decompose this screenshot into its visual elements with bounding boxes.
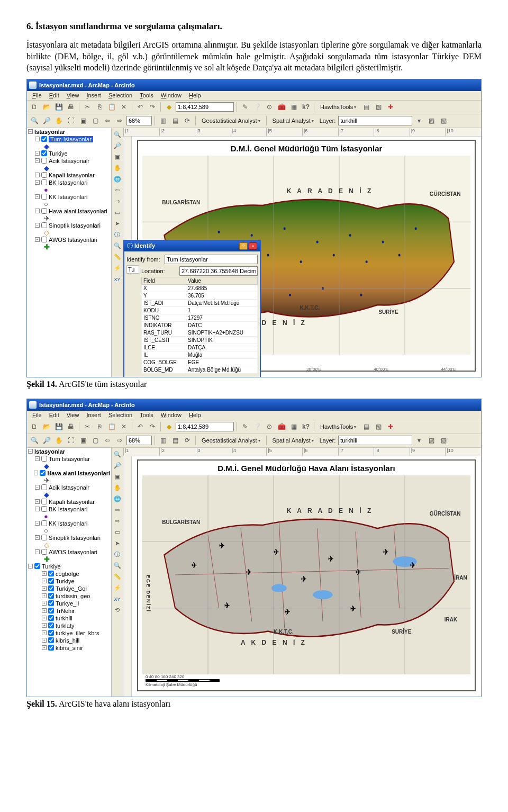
toc-sublayer[interactable]: Turkye_il [56,600,79,607]
zoom-pct-input[interactable] [126,116,152,125]
layer-arrow-icon[interactable]: ▾ [414,435,424,446]
editor-icon[interactable]: ✎ [240,421,250,432]
new-doc-icon[interactable]: 🗋 [29,102,40,112]
hyperlink-tool-icon[interactable]: ⚡ [113,583,122,593]
menu-window[interactable]: Window [158,92,185,99]
toc-checkbox[interactable] [41,172,47,178]
undo-icon[interactable]: ↶ [135,421,146,432]
menubar[interactable]: FileEditViewInsertSelectionToolsWindowHe… [27,91,481,101]
map-layout-view[interactable]: |1|2|3|4|5|6|7|8|9|10 D.M.İ. Genel Müdür… [123,128,481,377]
toc-layer[interactable]: AWOS Istasyonlari [49,549,97,555]
map-layout-view[interactable]: |1|2|3|4|5|6|7|8|9|10 D.M.İ. Genel Müdür… [123,448,481,697]
menu-edit[interactable]: Edit [46,92,62,99]
toc-group-turkiye[interactable]: Turkiye [42,563,61,570]
paste-icon[interactable]: 📋 [106,102,117,112]
identify-from-dropdown[interactable] [165,255,258,264]
toc-layer[interactable]: KK Istasyonlari [49,520,87,527]
spatial-menu[interactable]: Spatial Analyst [269,116,317,125]
layer-tool2-icon[interactable]: ▧ [438,115,449,126]
toc-layer[interactable]: AWOS Istasyonlari [49,237,97,243]
catalog-icon[interactable]: ▦ [288,421,299,432]
toc-layer[interactable]: Hava alani Istasyonlari [49,208,107,214]
toc-root[interactable]: Istasyonlar [34,448,65,455]
full-extent-tool-icon[interactable]: 🌐 [113,175,122,184]
find-tool-icon[interactable]: 🔍 [113,561,122,571]
copy-icon[interactable]: ⎘ [94,421,105,432]
identify-tree[interactable]: Tu [126,265,139,274]
save-icon[interactable]: 💾 [53,102,64,112]
zoom-in-tool-icon[interactable]: 🔍 [113,130,122,140]
toc-checkbox[interactable] [41,535,47,540]
toc-checkbox[interactable] [41,222,47,228]
toc-checkbox[interactable] [41,499,47,504]
full-extent-icon[interactable]: ⛶ [66,435,76,446]
table-of-contents[interactable]: −Istasyonlar −Tum Istasyonlar◆−Turkiye−A… [27,128,112,377]
toc-layer[interactable]: BK Istasyonlari [49,506,87,512]
toc-layer[interactable]: Tum Istasyonlar [49,456,90,462]
layer-tool1-icon[interactable]: ▨ [426,435,437,446]
table-of-contents[interactable]: −Istasyonlar −Tum Istasyonlar◆−Hava alan… [27,448,112,697]
standard-toolbar[interactable]: 🗋 📂 💾 🖶 ✂ ⎘ 📋 ✕ ↶ ↷ ◆ ✎ ❔ ⊙ 🧰 ▦ k? Hawth… [27,101,481,114]
toc-checkbox[interactable] [41,549,47,555]
toc-sublayer[interactable]: turkiye_iller_kbrs [56,630,99,636]
redo-icon[interactable]: ↷ [147,102,158,112]
menu-file[interactable]: File [29,411,45,419]
print-icon[interactable]: 🖶 [66,102,76,112]
layer-arrow-icon[interactable]: ▾ [414,115,424,126]
measure-tool-icon[interactable]: 📏 [113,252,122,262]
zoom-out-icon[interactable]: 🔎 [41,435,52,446]
cut-icon[interactable]: ✂ [82,421,93,432]
undo-icon[interactable]: ↶ [135,102,146,112]
help-pointer-icon[interactable]: ❔ [252,102,262,112]
spatial-menu[interactable]: Spatial Analyst [269,436,317,445]
menu-file[interactable]: File [29,92,45,99]
fixed-zoom-in-icon[interactable]: ▣ [78,435,88,446]
toc-layer[interactable]: Kapali Istasyonlar [49,172,95,178]
menubar[interactable]: FileEditViewInsertSelectionToolsWindowHe… [27,411,481,420]
open-icon[interactable]: 📂 [41,421,52,432]
identify-dialog[interactable]: ⓘ Identify ?× Identify from: Tu Location… [123,240,261,377]
rotate-tool-icon[interactable]: ⟲ [113,606,122,615]
layer-tool2-icon[interactable]: ▧ [438,435,449,446]
fixed-zoom-in-icon[interactable]: ▣ [78,115,88,126]
refresh-icon[interactable]: ⟳ [182,115,193,126]
editor-icon[interactable]: ✎ [240,102,250,112]
copy-icon[interactable]: ⎘ [94,102,105,112]
find-tool-icon[interactable]: 🔍 [113,241,122,251]
next-tool-icon[interactable]: ⇨ [113,517,122,526]
toc-root[interactable]: Istasyonlar [34,129,65,135]
measure-tool-icon[interactable]: 📏 [113,572,122,582]
toc-checkbox[interactable] [41,179,47,185]
refresh-icon[interactable]: ⟳ [182,435,193,446]
fixed-zoom-icon[interactable]: ▣ [113,152,122,162]
toc-sublayer[interactable]: kibris_hill [56,637,79,644]
layer-tool1-icon[interactable]: ▨ [426,115,437,126]
toc-checkbox[interactable] [41,194,47,200]
toc-checkbox[interactable] [48,622,54,628]
toc-layer[interactable]: BK Istasyonlari [49,179,87,186]
menu-tools[interactable]: Tools [137,411,157,419]
save-icon[interactable]: 💾 [53,421,64,432]
catalog-icon[interactable]: ▦ [288,102,299,112]
zoom-out-icon[interactable]: 🔎 [41,115,52,126]
pan-tool-icon[interactable]: ✋ [113,164,122,173]
toc-checkbox[interactable] [48,571,54,576]
layer-dropdown[interactable] [338,116,412,125]
toc-sublayer[interactable]: turklaty [56,622,74,629]
find-icon[interactable]: ⊙ [264,102,275,112]
menu-window[interactable]: Window [158,411,185,419]
zoom-in-tool-icon[interactable]: 🔍 [113,450,122,459]
toc-sublayer[interactable]: kibris_sinir [56,645,83,651]
toc-checkbox[interactable] [48,585,54,591]
toc-checkbox[interactable] [41,506,47,512]
toc-sublayer[interactable]: Turkiye [56,578,75,584]
toc-layer[interactable]: Acik Istasyonalr [49,484,89,491]
hawths-tools-menu[interactable]: HawthsTools [317,102,359,112]
zoom-in-icon[interactable]: 🔍 [29,115,40,126]
zoom-out-tool-icon[interactable]: 🔎 [113,461,122,471]
layout-toolbar[interactable]: 🔍 🔎 ✋ ⛶ ▣ ▢ ⇦ ⇨ ▥ ▤ ⟳ Geostatistical Ana… [27,434,481,448]
whatsthis-icon[interactable]: k? [301,421,311,432]
pan-tool-icon[interactable]: ✋ [113,483,122,493]
hyperlink-tool-icon[interactable]: ⚡ [113,264,122,273]
toc-checkbox[interactable] [41,208,47,214]
